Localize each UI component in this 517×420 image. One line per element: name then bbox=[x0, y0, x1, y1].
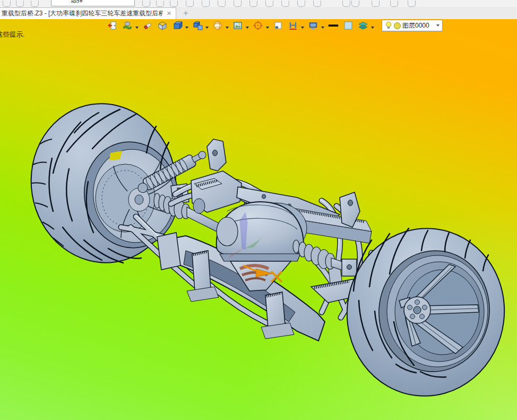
document-tab[interactable]: 重载型后桥.Z3 - [大功率碟刹四轮车三轮车差速重载型后桥] ✕ bbox=[0, 7, 176, 19]
clipped-toolbar-icon bbox=[342, 1, 350, 7]
layers-icon[interactable] bbox=[357, 20, 369, 31]
chevron-down-icon[interactable] bbox=[135, 27, 139, 29]
display-settings-icon[interactable] bbox=[307, 20, 319, 31]
da-toolbar: 图层0000 bbox=[107, 20, 443, 31]
clipped-toolbar-icon bbox=[408, 1, 416, 7]
layer-color-swatch bbox=[394, 22, 401, 29]
line-color-swatch-icon[interactable] bbox=[342, 20, 354, 31]
clipped-toolbar-icon bbox=[3, 1, 11, 7]
hint-text: 这些提示. bbox=[0, 30, 24, 39]
chevron-down-icon[interactable] bbox=[371, 27, 374, 29]
clipped-top-toolbar: 选择 bbox=[0, 0, 517, 7]
chevron-down-icon[interactable] bbox=[266, 27, 269, 29]
tab-close-icon[interactable]: ✕ bbox=[167, 10, 171, 17]
clipped-toolbar-icon bbox=[234, 1, 242, 7]
clipped-toolbar-icon bbox=[218, 1, 226, 7]
eraser-icon[interactable] bbox=[142, 20, 153, 31]
clipped-toolbar-icon bbox=[265, 1, 273, 7]
document-tab-bar: 重载型后桥.Z3 - [大功率碟刹四轮车三轮车差速重载型后桥] ✕ + bbox=[0, 7, 517, 19]
clipped-toolbar-icon bbox=[351, 1, 359, 7]
wireframe-sphere-icon[interactable] bbox=[212, 20, 223, 31]
clipped-toolbar-icon bbox=[372, 1, 380, 7]
shaded-edges-cube-icon[interactable] bbox=[192, 20, 203, 31]
chevron-down-icon bbox=[436, 24, 440, 27]
layer-name-label: 图层0000 bbox=[402, 21, 429, 30]
chevron-down-icon[interactable] bbox=[205, 27, 209, 29]
clipped-toolbar-icon bbox=[186, 1, 194, 7]
clipped-toolbar-icon bbox=[202, 1, 210, 7]
3d-model-canvas[interactable] bbox=[0, 0, 517, 420]
line-width-icon[interactable] bbox=[328, 20, 339, 31]
image-display-icon[interactable] bbox=[232, 20, 244, 31]
clipped-toolbar-icon bbox=[390, 1, 398, 7]
isometric-cube-icon[interactable] bbox=[157, 20, 168, 31]
datum-target-icon[interactable] bbox=[252, 20, 264, 31]
regen-icon[interactable] bbox=[122, 20, 133, 31]
exit-icon[interactable] bbox=[107, 20, 118, 31]
clipped-toolbar-icon bbox=[297, 1, 305, 7]
new-tab-button[interactable]: + bbox=[178, 8, 193, 19]
right-wheel bbox=[338, 219, 514, 405]
chevron-down-icon[interactable] bbox=[226, 27, 229, 29]
clipped-toolbar-icon bbox=[142, 1, 150, 7]
selection-filter-combo[interactable]: 选择 bbox=[51, 0, 135, 6]
selection-filter-value: 选择 bbox=[71, 0, 83, 5]
shaded-cube-icon[interactable] bbox=[171, 20, 183, 31]
chevron-down-icon[interactable] bbox=[246, 27, 249, 29]
clipped-toolbar-icon bbox=[31, 1, 39, 7]
chevron-down-icon[interactable] bbox=[321, 27, 324, 29]
corner-view-icon[interactable] bbox=[272, 20, 284, 31]
clipped-toolbar-icon bbox=[281, 1, 289, 7]
section-view-icon[interactable] bbox=[287, 20, 299, 31]
clipped-toolbar-icon bbox=[170, 1, 178, 7]
chevron-down-icon[interactable] bbox=[185, 27, 188, 29]
clipped-toolbar-icon bbox=[313, 1, 321, 7]
clipped-toolbar-icon bbox=[249, 1, 257, 7]
layer-combo[interactable]: 图层0000 bbox=[382, 20, 443, 31]
clipped-toolbar-icon bbox=[16, 1, 24, 7]
bulb-icon bbox=[385, 21, 392, 30]
clipped-toolbar-icon bbox=[156, 1, 164, 7]
document-tab-title: 重载型后桥.Z3 - [大功率碟刹四轮车三轮车差速重载型后桥] bbox=[2, 9, 162, 18]
chevron-down-icon[interactable] bbox=[301, 27, 304, 29]
